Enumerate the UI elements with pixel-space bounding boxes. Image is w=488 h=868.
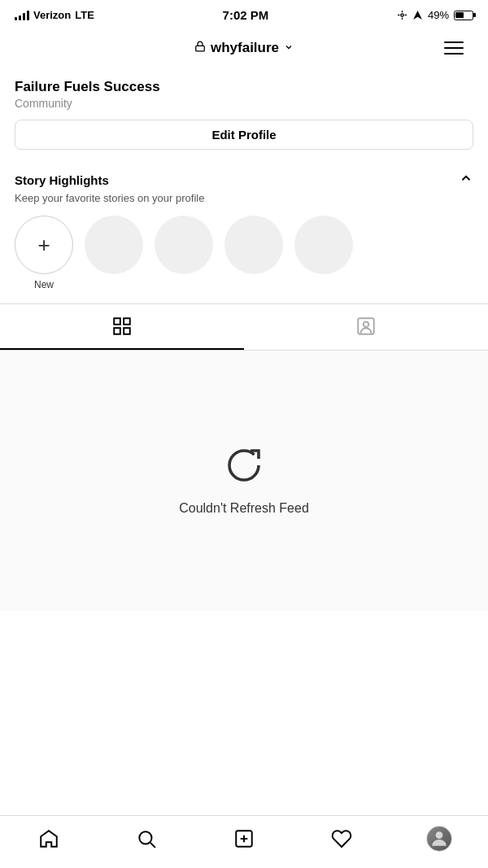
nav-profile[interactable] xyxy=(420,824,459,853)
nav-add[interactable] xyxy=(224,824,264,853)
highlights-row: + New xyxy=(15,216,473,303)
grid-icon xyxy=(111,316,133,337)
plus-square-icon xyxy=(233,828,255,849)
heart-icon xyxy=(331,828,352,849)
hamburger-menu-icon[interactable] xyxy=(444,33,473,63)
highlight-circle-2[interactable] xyxy=(155,216,213,274)
signal-icon xyxy=(15,11,29,20)
svg-rect-2 xyxy=(196,46,205,50)
highlight-new-label: New xyxy=(34,279,54,290)
feed-error-message: Couldn't Refresh Feed xyxy=(179,501,309,516)
svg-point-8 xyxy=(364,322,369,328)
status-time: 7:02 PM xyxy=(223,8,269,22)
carrier-label: Verizon xyxy=(33,9,71,21)
tabs-row xyxy=(0,304,488,350)
status-left: Verizon LTE xyxy=(15,9,94,21)
tab-tagged[interactable] xyxy=(244,304,488,350)
highlight-circle-4[interactable] xyxy=(294,216,353,274)
tab-grid[interactable] xyxy=(0,304,244,350)
highlights-section: Story Highlights Keep your favorite stor… xyxy=(0,161,488,303)
highlight-item-4[interactable] xyxy=(294,216,353,290)
status-right: 49% xyxy=(397,9,473,21)
highlight-item-2[interactable] xyxy=(155,216,213,290)
highlights-subtitle: Keep your favorite stories on your profi… xyxy=(15,192,473,204)
nav-arrow-icon xyxy=(412,10,423,20)
nav-home[interactable] xyxy=(29,824,68,853)
search-icon xyxy=(136,828,157,849)
svg-line-10 xyxy=(150,843,155,848)
username-label: whyfailure xyxy=(211,40,279,56)
highlights-header: Story Highlights xyxy=(15,171,473,189)
profile-category: Community xyxy=(15,97,473,110)
svg-rect-3 xyxy=(114,318,120,325)
nav-heart[interactable] xyxy=(322,824,361,853)
profile-name: Failure Fuels Success xyxy=(15,79,473,95)
battery-icon xyxy=(454,11,473,20)
highlight-new-item[interactable]: + New xyxy=(15,216,73,290)
lock-icon xyxy=(194,40,206,56)
svg-rect-4 xyxy=(124,318,130,325)
svg-rect-6 xyxy=(124,328,130,334)
svg-point-0 xyxy=(401,14,403,16)
plus-icon: + xyxy=(37,234,50,255)
svg-point-14 xyxy=(436,831,443,839)
battery-percent: 49% xyxy=(428,9,449,21)
highlights-title: Story Highlights xyxy=(15,173,109,187)
highlight-item-3[interactable] xyxy=(224,216,283,290)
content-area: Couldn't Refresh Feed xyxy=(0,351,488,611)
person-tag-icon xyxy=(355,316,377,337)
edit-profile-button[interactable]: Edit Profile xyxy=(15,120,473,150)
refresh-icon xyxy=(224,446,264,488)
highlight-circle-3[interactable] xyxy=(224,216,283,274)
header-title[interactable]: whyfailure xyxy=(194,40,294,56)
svg-marker-1 xyxy=(413,11,422,20)
highlight-item-1[interactable] xyxy=(85,216,143,290)
nav-search[interactable] xyxy=(127,824,166,853)
location-icon xyxy=(397,10,407,20)
chevron-down-icon xyxy=(284,40,294,56)
network-label: LTE xyxy=(75,9,94,21)
avatar[interactable] xyxy=(426,826,452,852)
highlight-circle-1[interactable] xyxy=(85,216,143,274)
status-bar: Verizon LTE 7:02 PM 49% xyxy=(0,0,488,27)
svg-rect-5 xyxy=(114,328,120,334)
highlights-collapse-icon[interactable] xyxy=(459,171,473,189)
home-icon xyxy=(38,828,59,849)
bottom-nav xyxy=(0,815,488,868)
highlight-new-circle[interactable]: + xyxy=(15,216,73,274)
avatar-image xyxy=(427,827,451,851)
header: whyfailure xyxy=(0,27,488,71)
svg-point-9 xyxy=(139,831,151,844)
profile-section: Failure Fuels Success Community xyxy=(0,71,488,120)
